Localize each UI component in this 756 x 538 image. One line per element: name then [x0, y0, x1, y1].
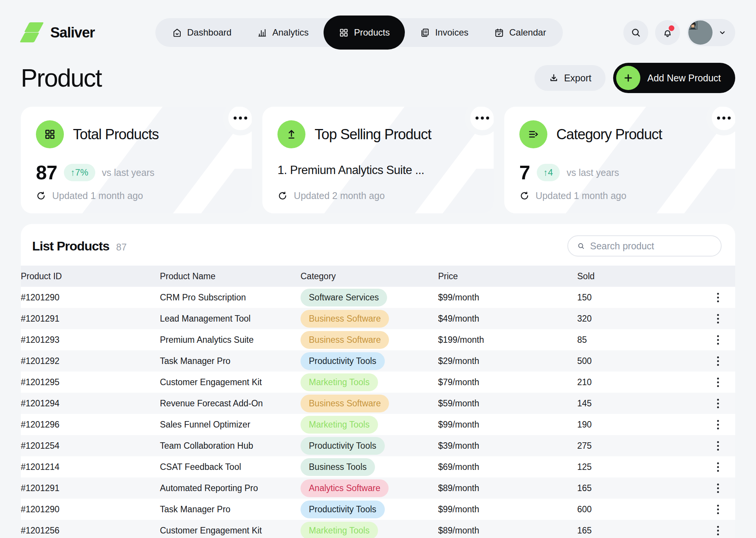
- sold-cell: 165: [577, 477, 710, 499]
- col-actions: [710, 266, 735, 287]
- product-name-cell: Team Collaboration Hub: [160, 435, 301, 456]
- table-row[interactable]: #1201254 Team Collaboration Hub Producti…: [21, 435, 735, 456]
- row-menu-button[interactable]: [710, 438, 725, 453]
- main-nav: Dashboard Analytics Products Invoices Ca…: [155, 18, 563, 47]
- category-badge: Productivity Tools: [301, 352, 385, 370]
- table-row[interactable]: #1201294 Revenue Forecast Add-On Busines…: [21, 393, 735, 414]
- analytics-icon: [257, 28, 267, 38]
- product-name-cell: Premium Analytics Suite: [160, 329, 301, 350]
- refresh-icon: [519, 191, 530, 201]
- category-cell: Business Software: [301, 329, 438, 350]
- row-menu-button[interactable]: [710, 480, 725, 496]
- sold-cell: 165: [577, 520, 710, 538]
- category-cell: Business Software: [301, 393, 438, 414]
- nav-item-analytics[interactable]: Analytics: [246, 22, 320, 43]
- list-title: List Products: [32, 239, 109, 253]
- delta-badge: ↑7%: [64, 164, 95, 181]
- product-name-cell: Revenue Forecast Add-On: [160, 393, 301, 414]
- search-product-input[interactable]: [590, 241, 712, 252]
- card-title: Total Products: [73, 126, 159, 143]
- col-product-id: Product ID: [21, 266, 160, 287]
- product-id-cell: #1201296: [21, 414, 160, 435]
- sold-cell: 600: [577, 499, 710, 520]
- row-menu-button[interactable]: [710, 375, 725, 390]
- price-cell: $89/month: [438, 477, 577, 499]
- table-row[interactable]: #1201295 Customer Engagement Kit Marketi…: [21, 372, 735, 393]
- product-id-cell: #1201295: [21, 372, 160, 393]
- add-new-product-button[interactable]: Add New Product: [613, 63, 735, 93]
- row-menu-button[interactable]: [710, 353, 725, 369]
- table-row[interactable]: #1201293 Premium Analytics Suite Busines…: [21, 329, 735, 350]
- table-row[interactable]: #1201292 Task Manager Pro Productivity T…: [21, 350, 735, 372]
- price-cell: $99/month: [438, 499, 577, 520]
- title-actions: Export Add New Product: [534, 63, 735, 93]
- sold-cell: 85: [577, 329, 710, 350]
- col-sold: Sold: [577, 266, 710, 287]
- row-menu-button[interactable]: [710, 332, 725, 347]
- category-badge: Marketing Tools: [301, 416, 378, 434]
- row-menu-button[interactable]: [710, 523, 725, 538]
- category-cell: Software Services: [301, 287, 438, 308]
- notification-dot: [669, 25, 674, 31]
- product-name-cell: Sales Funnel Optimizer: [160, 414, 301, 435]
- category-badge: Analytics Software: [301, 479, 389, 497]
- category-badge: Business Software: [301, 395, 389, 412]
- category-cell: Business Tools: [301, 456, 438, 477]
- search-button[interactable]: [623, 20, 648, 45]
- sold-cell: 150: [577, 287, 710, 308]
- row-menu-button[interactable]: [710, 417, 725, 432]
- row-menu-button[interactable]: [710, 311, 725, 326]
- category-cell: Business Software: [301, 308, 438, 329]
- row-menu-button[interactable]: [710, 290, 725, 305]
- table-row[interactable]: #1201291 Lead Management Tool Business S…: [21, 308, 735, 329]
- price-cell: $99/month: [438, 287, 577, 308]
- search-icon: [631, 27, 641, 38]
- row-menu-button[interactable]: [710, 396, 725, 411]
- row-menu-button[interactable]: [710, 459, 725, 474]
- user-menu[interactable]: [687, 19, 735, 46]
- stat-value: 7: [519, 161, 530, 184]
- table-row[interactable]: #1201296 Sales Funnel Optimizer Marketin…: [21, 414, 735, 435]
- delta-badge: ↑4: [537, 164, 560, 181]
- row-menu-button[interactable]: [710, 502, 725, 517]
- chevron-down-icon: [718, 28, 727, 37]
- table-row[interactable]: #1201214 CSAT Feedback Tool Business Too…: [21, 456, 735, 477]
- nav-item-dashboard[interactable]: Dashboard: [161, 22, 243, 43]
- product-id-cell: #1201254: [21, 435, 160, 456]
- home-icon: [172, 28, 182, 38]
- category-cell: Marketing Tools: [301, 372, 438, 393]
- category-badge: Productivity Tools: [301, 437, 385, 455]
- product-name-cell: Customer Engagement Kit: [160, 520, 301, 538]
- brand: Saliver: [21, 22, 95, 44]
- avatar: [688, 20, 713, 45]
- updated-label: Updated 1 month ago: [52, 190, 143, 201]
- export-button[interactable]: Export: [534, 65, 606, 91]
- search-icon: [577, 241, 585, 251]
- grid-icon: [339, 28, 349, 38]
- nav-item-invoices[interactable]: Invoices: [409, 22, 480, 43]
- product-id-cell: #1201292: [21, 350, 160, 372]
- list-head: List Products 87: [21, 224, 735, 266]
- category-product-card: Category Product 7 ↑4 vs last years Upda…: [504, 107, 735, 213]
- card-title: Category Product: [556, 126, 662, 143]
- product-id-cell: #1201214: [21, 456, 160, 477]
- stat-cards: Total Products 87 ↑7% vs last years Upda…: [21, 107, 735, 213]
- updated-label: Updated 2 month ago: [294, 190, 384, 201]
- calendar-icon: [494, 28, 504, 38]
- table-row[interactable]: #1201290 CRM Pro Subscription Software S…: [21, 287, 735, 308]
- product-name-cell: CRM Pro Subscription: [160, 287, 301, 308]
- price-cell: $29/month: [438, 350, 577, 372]
- col-category: Category: [301, 266, 438, 287]
- table-row[interactable]: #1201291 Automated Reporting Pro Analyti…: [21, 477, 735, 499]
- notifications-button[interactable]: [655, 20, 680, 45]
- category-cell: Productivity Tools: [301, 435, 438, 456]
- price-cell: $49/month: [438, 308, 577, 329]
- nav-item-calendar[interactable]: Calendar: [483, 22, 557, 43]
- stat-value: 87: [36, 161, 57, 184]
- table-row[interactable]: #1201290 Task Manager Pro Productivity T…: [21, 499, 735, 520]
- table-row[interactable]: #1201256 Customer Engagement Kit Marketi…: [21, 520, 735, 538]
- nav-item-products[interactable]: Products: [324, 16, 405, 50]
- product-id-cell: #1201256: [21, 520, 160, 538]
- product-dashboard: Saliver Dashboard Analytics Products I: [0, 0, 756, 538]
- page-title: Product: [21, 64, 101, 92]
